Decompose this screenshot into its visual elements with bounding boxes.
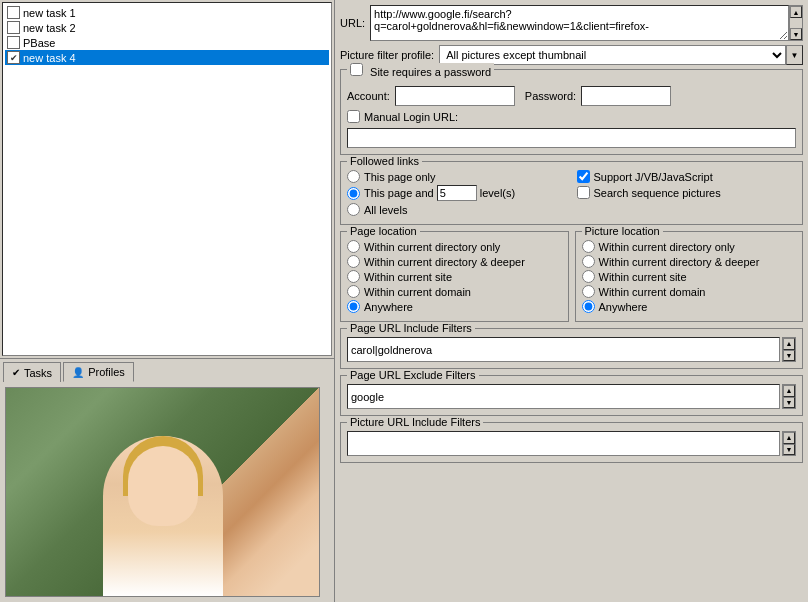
pic-loc-label-pic_anywhere: Anywhere [599,301,648,313]
radio-pl_anywhere[interactable] [347,300,360,313]
page-url-include-scrollbar: ▲ ▼ [782,337,796,362]
tree-item-task4[interactable]: ✔new task 4 [5,50,329,65]
page-loc-label-pl_dir_deeper: Within current directory & deeper [364,256,525,268]
preview-image [5,387,320,597]
picture-url-include-group: Picture URL Include Filters ▲ ▼ [340,422,803,463]
password-input[interactable] [581,86,671,106]
url-input[interactable] [370,5,789,41]
password-group-title: Site requires a password [347,63,494,78]
radio-pl_domain[interactable] [347,285,360,298]
page-url-include-input[interactable] [347,337,780,362]
tree-item-label-task4: new task 4 [23,52,76,64]
radio-pic_domain[interactable] [582,285,595,298]
manual-login-row: Manual Login URL: [347,110,796,123]
radio-pl_dir_only[interactable] [347,240,360,253]
picture-location-group: Picture location Within current director… [575,231,804,322]
radio-all-levels[interactable] [347,203,360,216]
manual-login-url-input[interactable] [347,128,796,148]
page-url-include-title: Page URL Include Filters [347,322,475,334]
picture-filter-dropdown[interactable]: All pictures except thumbnail [439,45,786,65]
left-panel: new task 1new task 2PBase✔new task 4 ✔ T… [0,0,335,602]
account-input[interactable] [395,86,515,106]
page-url-exclude-area: ▲ ▼ [347,384,796,409]
support-js-row: Support J/VB/JavaScript [577,170,797,183]
site-password-checkbox[interactable] [350,63,363,76]
support-js-label: Support J/VB/JavaScript [594,171,713,183]
picture-filter-row: Picture filter profile: All pictures exc… [340,45,803,65]
page-loc-label-pl_site: Within current site [364,271,452,283]
tree-item-task1[interactable]: new task 1 [5,5,329,20]
picture-filter-label: Picture filter profile: [340,49,434,61]
tabs-bar: ✔ Tasks 👤 Profiles [0,358,334,382]
pic-loc-row-pic_domain: Within current domain [582,285,797,298]
tree-item-label-pbase: PBase [23,37,55,49]
page-url-exclude-input[interactable] [347,384,780,409]
page-loc-label-pl_dir_only: Within current directory only [364,241,500,253]
page-loc-label-pl_anywhere: Anywhere [364,301,413,313]
radio-pic_anywhere[interactable] [582,300,595,313]
photo-bg [6,388,319,596]
url-scrollbar: ▲ ▼ [789,5,803,41]
support-js-checkbox[interactable] [577,170,590,183]
tree-item-checkbox-pbase[interactable] [7,36,20,49]
levels-input[interactable] [437,185,477,201]
radio-this-page-only[interactable] [347,170,360,183]
radio-this-page-and[interactable] [347,187,360,200]
tree-item-label-task1: new task 1 [23,7,76,19]
url-scroll-down[interactable]: ▼ [790,28,802,40]
page-url-include-area: ▲ ▼ [347,337,796,362]
tab-tasks-label: Tasks [24,367,52,379]
tree-item-checkbox-task1[interactable] [7,6,20,19]
radio-pic_dir_only[interactable] [582,240,595,253]
url-scroll-up[interactable]: ▲ [790,6,802,18]
pic-loc-row-pic_site: Within current site [582,270,797,283]
search-seq-checkbox[interactable] [577,186,590,199]
tree-item-label-task2: new task 2 [23,22,76,34]
radio-pic_site[interactable] [582,270,595,283]
search-seq-label: Search sequence pictures [594,187,721,199]
pue-scroll-up[interactable]: ▲ [783,385,795,397]
tree-item-task2[interactable]: new task 2 [5,20,329,35]
picture-filter-dropdown-btn[interactable]: ▼ [786,45,803,65]
followed-links-title: Followed links [347,155,422,167]
manual-login-checkbox[interactable] [347,110,360,123]
password-label: Password: [525,90,576,102]
page-loc-label-pl_domain: Within current domain [364,286,471,298]
task-tree[interactable]: new task 1new task 2PBase✔new task 4 [2,2,332,356]
radio-pic_dir_deeper[interactable] [582,255,595,268]
page-url-exclude-title: Page URL Exclude Filters [347,369,479,381]
tab-profiles[interactable]: 👤 Profiles [63,362,134,382]
this-page-and-label: This page and [364,187,434,199]
pue-scroll-down[interactable]: ▼ [783,397,795,409]
tasks-icon: ✔ [12,367,20,378]
followed-links-content: This page only This page and level(s) Al… [347,170,796,218]
all-levels-label: All levels [364,204,407,216]
pic-loc-label-pic_dir_deeper: Within current directory & deeper [599,256,760,268]
picture-url-include-input[interactable] [347,431,780,456]
tree-item-checkbox-task4[interactable]: ✔ [7,51,20,64]
url-label: URL: [340,17,365,29]
picui-scroll-up[interactable]: ▲ [783,432,795,444]
radio-pl_dir_deeper[interactable] [347,255,360,268]
picui-scroll-down[interactable]: ▼ [783,444,795,456]
right-panel: URL: ▲ ▼ Picture filter profile: All pic… [335,0,808,602]
radio-this-page-only-row: This page only [347,170,567,183]
page-loc-row-pl_dir_only: Within current directory only [347,240,562,253]
profiles-icon: 👤 [72,367,84,378]
search-seq-row: Search sequence pictures [577,186,797,199]
pui-scroll-up[interactable]: ▲ [783,338,795,350]
page-loc-row-pl_site: Within current site [347,270,562,283]
tab-tasks[interactable]: ✔ Tasks [3,362,61,382]
radio-pl_site[interactable] [347,270,360,283]
followed-left: This page only This page and level(s) Al… [347,170,567,218]
tree-item-pbase[interactable]: PBase [5,35,329,50]
manual-login-label: Manual Login URL: [364,111,458,123]
pui-scroll-down[interactable]: ▼ [783,350,795,362]
photo-person [103,436,223,596]
tree-item-checkbox-task2[interactable] [7,21,20,34]
page-loc-row-pl_domain: Within current domain [347,285,562,298]
page-loc-row-pl_dir_deeper: Within current directory & deeper [347,255,562,268]
page-url-exclude-group: Page URL Exclude Filters ▲ ▼ [340,375,803,416]
picture-url-include-area: ▲ ▼ [347,431,796,456]
radio-all-levels-row: All levels [347,203,567,216]
